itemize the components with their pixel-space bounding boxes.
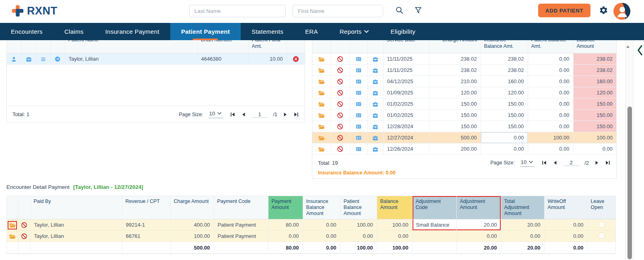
ban-icon[interactable] (21, 233, 27, 240)
service-date-row[interactable]: 12/28/2024150.00150.000.00150.00 (312, 121, 616, 132)
cell-insurance-balance-amt[interactable]: 0.00 (481, 132, 528, 143)
id-card-icon[interactable] (355, 90, 362, 96)
id-card-icon[interactable] (355, 124, 362, 129)
tab-reports[interactable]: Reports (329, 23, 380, 40)
ban-icon[interactable] (21, 222, 27, 228)
service-list-page-size-select[interactable]: 10 (520, 159, 535, 167)
search-icon[interactable] (396, 6, 403, 16)
service-date-row[interactable]: 11/11/2025238.02238.020.00238.02 (312, 65, 616, 76)
folder-open-icon[interactable] (318, 68, 325, 74)
avatar[interactable] (613, 3, 630, 20)
folder-open-icon[interactable] (9, 233, 16, 240)
briefcase-icon[interactable] (372, 90, 378, 96)
filter-icon[interactable] (415, 6, 422, 16)
patient-list-next-page-button[interactable] (283, 112, 288, 117)
service-list-next-page-button[interactable] (594, 160, 600, 166)
ban-icon[interactable] (337, 135, 343, 141)
id-card-icon[interactable] (355, 68, 362, 73)
first-name-input[interactable] (293, 5, 383, 17)
id-card-icon[interactable] (355, 135, 362, 141)
cell-insurance-balance-amt: 238.02 (481, 65, 528, 76)
gear-icon[interactable] (599, 6, 608, 16)
ban-icon[interactable] (337, 112, 343, 119)
tab-claims[interactable]: Claims (54, 23, 95, 40)
patient-list-prev-page-button[interactable] (241, 112, 246, 117)
briefcase-icon[interactable] (372, 146, 378, 152)
id-card-icon[interactable] (355, 146, 362, 152)
ban-icon[interactable] (337, 123, 343, 130)
scroll-up-icon[interactable] (626, 43, 633, 50)
service-date-row[interactable]: 11/11/2025238.02238.020.00238.02 (312, 53, 616, 65)
briefcase-icon[interactable] (372, 68, 378, 74)
id-card-icon[interactable] (355, 113, 362, 118)
tab-insurance-payment[interactable]: Insurance Payment (95, 23, 170, 40)
cell-service-date: 12/28/2024 (383, 121, 429, 132)
folder-open-icon[interactable] (9, 222, 16, 228)
ban-icon[interactable] (337, 67, 343, 74)
encounter-detail-row[interactable]: Taylor, Lillian99214-1400.00Patient Paym… (7, 219, 615, 231)
folder-open-icon[interactable] (318, 56, 325, 62)
id-card-icon[interactable] (355, 101, 362, 107)
briefcase-icon[interactable] (372, 101, 378, 107)
x-circle-icon[interactable] (293, 56, 299, 62)
id-card-icon[interactable] (355, 56, 362, 62)
vertical-scrollbar[interactable] (625, 40, 634, 260)
patient-list-last-page-button[interactable] (293, 112, 299, 117)
tab-patient-payment[interactable]: Patient Payment (170, 23, 241, 40)
last-name-input[interactable] (189, 5, 286, 17)
add-patient-button[interactable]: ADD PATIENT (538, 4, 590, 17)
patient-pagination: Page Size:10/1 (179, 111, 299, 118)
gauge-action-cell (50, 53, 65, 65)
briefcase-icon[interactable] (26, 56, 32, 62)
gauge-icon[interactable] (54, 56, 61, 62)
tab-label: Patient Payment (181, 28, 230, 35)
service-date-row[interactable]: 01/09/2025120.00120.000.00120.00 (312, 87, 616, 98)
service-list-first-page-button[interactable] (541, 160, 547, 166)
service-list-prev-page-button[interactable] (552, 160, 558, 166)
leave-open-checkbox[interactable] (599, 221, 605, 227)
folder-open-icon[interactable] (318, 146, 325, 152)
patient-list-page-size-select[interactable]: 10 (208, 111, 223, 118)
service-date-row[interactable]: 04/12/2025210.00160.000.00160.00 (312, 76, 616, 87)
ban-icon[interactable] (337, 90, 343, 96)
cell-adjustment-code[interactable]: Small Balance (412, 219, 456, 231)
patient-list-page-number-input[interactable] (252, 111, 268, 118)
briefcase-icon[interactable] (372, 79, 378, 85)
patient-row[interactable]: Taylor, Lillian464638010.00 (7, 53, 305, 65)
tab-encounters[interactable]: Encounters (0, 23, 54, 40)
leave-open-checkbox[interactable] (599, 233, 605, 239)
briefcase-icon[interactable] (372, 135, 378, 141)
folder-open-icon[interactable] (318, 113, 325, 119)
briefcase-icon[interactable] (372, 124, 378, 130)
id-card-icon[interactable] (355, 79, 362, 84)
rxnt-logo[interactable]: RXNT (11, 4, 58, 18)
user-icon[interactable] (11, 56, 17, 62)
service-date-row[interactable]: 01/02/2025150.00150.000.00150.00 (312, 110, 616, 121)
menu-icon[interactable] (40, 56, 46, 62)
folder-open-icon[interactable] (318, 124, 325, 130)
service-list-last-page-button[interactable] (605, 160, 611, 166)
ban-icon[interactable] (337, 78, 343, 85)
folder-open-icon[interactable] (318, 135, 325, 141)
service-date-row[interactable]: 12/26/2024200.000.000.000.00 (312, 143, 616, 155)
collapse-panel-chevron-icon[interactable] (637, 44, 643, 56)
folder-open-icon[interactable] (318, 90, 325, 96)
tab-statements[interactable]: Statements (241, 23, 294, 40)
service-date-row-selected[interactable]: 12/27/2024500.000.00100.00100.00 (312, 132, 616, 143)
cell-adjustment-amount[interactable]: 20.00 (456, 219, 501, 231)
ban-icon[interactable] (337, 146, 343, 152)
tab-eligibility[interactable]: Eligibility (380, 23, 426, 40)
scrollbar-thumb[interactable] (627, 106, 632, 259)
service-list-page-number-input[interactable] (563, 160, 579, 166)
ban-icon[interactable] (337, 56, 343, 62)
folder-open-icon[interactable] (318, 79, 325, 85)
encounter-detail-row[interactable]: Taylor, Lillian66761100.00Patient Paymen… (7, 231, 615, 242)
id-card-action-cell (350, 143, 367, 155)
ban-icon[interactable] (337, 101, 343, 107)
service-date-row[interactable]: 01/02/2025150.00150.000.00150.00 (312, 98, 616, 110)
patient-list-first-page-button[interactable] (230, 112, 235, 117)
tab-era[interactable]: ERA (294, 23, 329, 40)
briefcase-icon[interactable] (372, 113, 378, 119)
briefcase-icon[interactable] (372, 56, 378, 62)
folder-open-icon[interactable] (318, 101, 325, 107)
